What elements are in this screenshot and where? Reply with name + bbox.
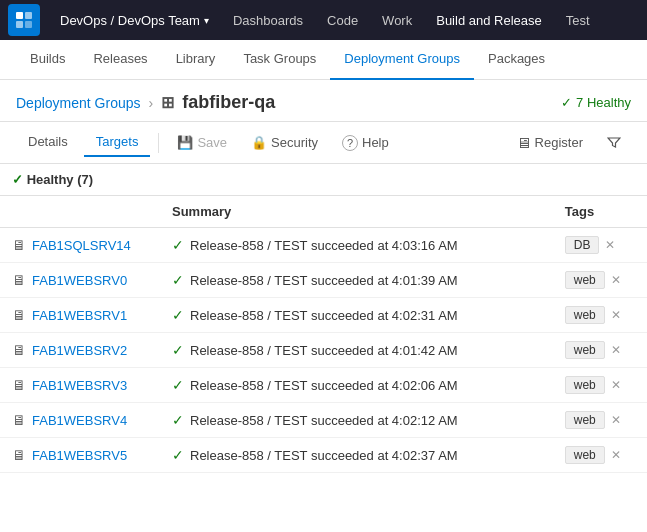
remove-tag-icon[interactable]: ✕: [611, 448, 621, 462]
col-tags-header: Tags: [553, 196, 647, 228]
tag-chip: web: [565, 271, 605, 289]
details-tab-button[interactable]: Details: [16, 128, 80, 157]
server-icon: 🖥: [12, 272, 26, 288]
server-name-label[interactable]: FAB1WEBSRV5: [32, 448, 127, 463]
packages-tab[interactable]: Packages: [474, 40, 559, 80]
breadcrumb-parent-link[interactable]: Deployment Groups: [16, 95, 141, 111]
save-icon: 💾: [177, 135, 193, 150]
summary-check-icon: ✓: [172, 272, 184, 288]
tags-cell: web✕: [553, 368, 647, 403]
summary-text: Release-858 / TEST succeeded at 4:02:31 …: [190, 308, 458, 323]
targets-tab-button[interactable]: Targets: [84, 128, 151, 157]
breadcrumb-bar: Deployment Groups › ⊞ fabfiber-qa ✓ 7 He…: [0, 80, 647, 122]
app-logo[interactable]: [8, 4, 40, 36]
targets-table: ✓ Healthy (7) Summary Tags 🖥FAB1SQLSRV14…: [0, 164, 647, 473]
server-name-cell: 🖥FAB1SQLSRV14: [0, 228, 160, 263]
table-row: 🖥FAB1SQLSRV14✓Release-858 / TEST succeed…: [0, 228, 647, 263]
col-name-header: [0, 196, 160, 228]
toolbar-divider: [158, 133, 159, 153]
summary-check-icon: ✓: [172, 447, 184, 463]
tags-cell: web✕: [553, 263, 647, 298]
tag-chip: web: [565, 376, 605, 394]
remove-tag-icon[interactable]: ✕: [611, 378, 621, 392]
remove-tag-icon[interactable]: ✕: [611, 273, 621, 287]
summary-cell: ✓Release-858 / TEST succeeded at 4:02:12…: [160, 403, 525, 438]
dashboards-nav-item[interactable]: Dashboards: [221, 0, 315, 40]
remove-tag-icon[interactable]: ✕: [611, 308, 621, 322]
server-name-cell: 🖥FAB1WEBSRV4: [0, 403, 160, 438]
code-nav-item[interactable]: Code: [315, 0, 370, 40]
server-name-cell: 🖥FAB1WEBSRV2: [0, 333, 160, 368]
filter-action-button[interactable]: [597, 130, 631, 156]
tag-chip: web: [565, 341, 605, 359]
build-release-nav-item[interactable]: Build and Release: [424, 0, 554, 40]
deployment-group-icon: ⊞: [161, 93, 174, 112]
summary-cell: ✓Release-858 / TEST succeeded at 4:03:16…: [160, 228, 525, 263]
col-summary-header: Summary: [160, 196, 525, 228]
security-icon: 🔒: [251, 135, 267, 150]
summary-cell: ✓Release-858 / TEST succeeded at 4:02:31…: [160, 298, 525, 333]
healthy-check-icon: ✓: [561, 95, 572, 110]
targets-table-container: ✓ Healthy (7) Summary Tags 🖥FAB1SQLSRV14…: [0, 164, 647, 473]
security-action-button[interactable]: 🔒 Security: [241, 130, 328, 155]
table-row: 🖥FAB1WEBSRV0✓Release-858 / TEST succeede…: [0, 263, 647, 298]
table-row: 🖥FAB1WEBSRV5✓Release-858 / TEST succeede…: [0, 438, 647, 473]
server-icon: 🖥: [12, 237, 26, 253]
summary-text: Release-858 / TEST succeeded at 4:01:42 …: [190, 343, 458, 358]
tags-cell: web✕: [553, 333, 647, 368]
summary-cell: ✓Release-858 / TEST succeeded at 4:01:39…: [160, 263, 525, 298]
builds-tab[interactable]: Builds: [16, 40, 79, 80]
breadcrumb-current: ⊞ fabfiber-qa: [161, 92, 275, 113]
summary-text: Release-858 / TEST succeeded at 4:01:39 …: [190, 273, 458, 288]
tag-chip: DB: [565, 236, 600, 254]
tags-cell: web✕: [553, 403, 647, 438]
server-name-label[interactable]: FAB1SQLSRV14: [32, 238, 131, 253]
library-tab[interactable]: Library: [162, 40, 230, 80]
server-icon: 🖥: [12, 342, 26, 358]
table-header-row: Summary Tags: [0, 196, 647, 228]
server-name-label[interactable]: FAB1WEBSRV0: [32, 273, 127, 288]
summary-text: Release-858 / TEST succeeded at 4:02:37 …: [190, 448, 458, 463]
releases-tab[interactable]: Releases: [79, 40, 161, 80]
table-row: 🖥FAB1WEBSRV1✓Release-858 / TEST succeede…: [0, 298, 647, 333]
svg-rect-3: [25, 21, 32, 28]
help-action-button[interactable]: ? Help: [332, 130, 399, 156]
tag-chip: web: [565, 411, 605, 429]
remove-tag-icon[interactable]: ✕: [605, 238, 615, 252]
server-name-label[interactable]: FAB1WEBSRV1: [32, 308, 127, 323]
col-spacer-header: [525, 196, 553, 228]
register-action-button[interactable]: 🖥 Register: [506, 129, 593, 156]
remove-tag-icon[interactable]: ✕: [611, 343, 621, 357]
server-name-cell: 🖥FAB1WEBSRV5: [0, 438, 160, 473]
svg-rect-1: [25, 12, 32, 19]
summary-check-icon: ✓: [172, 307, 184, 323]
save-action-button[interactable]: 💾 Save: [167, 130, 237, 155]
deployment-groups-tab[interactable]: Deployment Groups: [330, 40, 474, 80]
org-chevron-icon: ▾: [204, 15, 209, 26]
server-name-label[interactable]: FAB1WEBSRV3: [32, 378, 127, 393]
server-name-label[interactable]: FAB1WEBSRV2: [32, 343, 127, 358]
remove-tag-icon[interactable]: ✕: [611, 413, 621, 427]
svg-rect-2: [16, 21, 23, 28]
summary-check-icon: ✓: [172, 377, 184, 393]
summary-check-icon: ✓: [172, 412, 184, 428]
server-name-label[interactable]: FAB1WEBSRV4: [32, 413, 127, 428]
work-nav-item[interactable]: Work: [370, 0, 424, 40]
tag-chip: web: [565, 306, 605, 324]
tags-cell: DB✕: [553, 228, 647, 263]
server-icon: 🖥: [12, 307, 26, 323]
org-nav-item[interactable]: DevOps / DevOps Team ▾: [48, 0, 221, 40]
task-groups-tab[interactable]: Task Groups: [229, 40, 330, 80]
help-icon: ?: [342, 135, 358, 151]
server-icon: 🖥: [12, 412, 26, 428]
toolbar-right-actions: 🖥 Register: [506, 129, 631, 156]
tags-cell: web✕: [553, 298, 647, 333]
svg-rect-0: [16, 12, 23, 19]
test-nav-item[interactable]: Test: [554, 0, 602, 40]
table-row: 🖥FAB1WEBSRV2✓Release-858 / TEST succeede…: [0, 333, 647, 368]
toolbar: Details Targets 💾 Save 🔒 Security ? Help…: [0, 122, 647, 164]
section-healthy-header: ✓ Healthy (7): [0, 164, 647, 196]
filter-icon: [607, 135, 621, 151]
healthy-badge: ✓ 7 Healthy: [561, 95, 631, 110]
summary-cell: ✓Release-858 / TEST succeeded at 4:02:06…: [160, 368, 525, 403]
